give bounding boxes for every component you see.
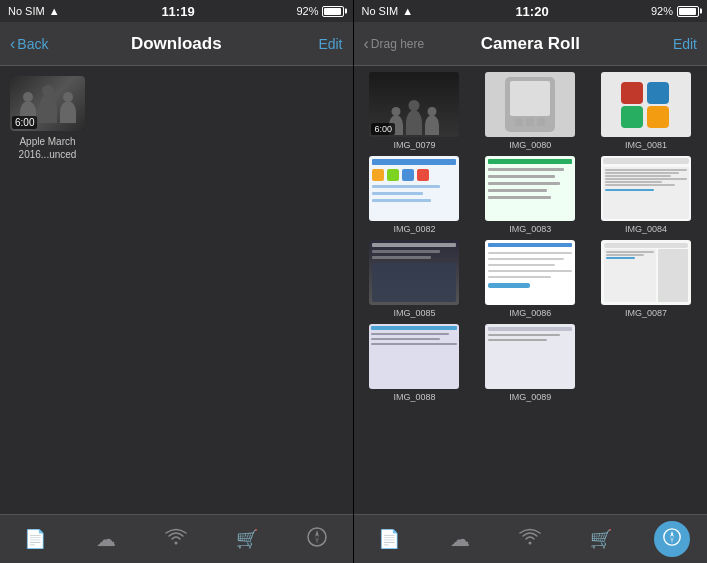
time-left: 11:19 bbox=[161, 4, 194, 19]
downloads-content: 6:00 Apple March 2016...unced bbox=[0, 66, 353, 514]
svg-marker-7 bbox=[670, 537, 674, 543]
status-left: No SIM ▲ bbox=[8, 5, 60, 17]
status-right-left: 92% bbox=[296, 5, 344, 17]
camera-roll-panel: No SIM ▲ 11:20 92% ‹ Drag here Camera Ro… bbox=[354, 0, 708, 563]
tab-compass-right[interactable] bbox=[647, 515, 697, 563]
nav-bar-right: ‹ Drag here Camera Roll Edit bbox=[354, 22, 708, 66]
roll-label-0088: IMG_0088 bbox=[393, 392, 435, 402]
drag-here-button[interactable]: ‹ Drag here bbox=[364, 35, 425, 53]
roll-label-0079: IMG_0079 bbox=[393, 140, 435, 150]
roll-thumb-0082 bbox=[369, 156, 459, 221]
compass-active-bg bbox=[654, 521, 690, 557]
list-item[interactable]: IMG_0081 bbox=[591, 72, 701, 150]
roll-label-0089: IMG_0089 bbox=[509, 392, 551, 402]
camera-roll-content: 6:00 IMG_0079 bbox=[354, 66, 708, 514]
svg-marker-6 bbox=[670, 530, 674, 536]
battery-fill-left bbox=[324, 8, 341, 15]
battery-left bbox=[322, 6, 344, 17]
tab-cart-left[interactable]: 🛒 bbox=[222, 515, 272, 563]
time-right: 11:20 bbox=[515, 4, 548, 19]
roll-label-0084: IMG_0084 bbox=[625, 224, 667, 234]
wifi-icon-left: ▲ bbox=[49, 5, 60, 17]
list-item[interactable]: IMG_0084 bbox=[591, 156, 701, 234]
wifi-tab-icon-right bbox=[519, 528, 541, 551]
svg-point-0 bbox=[175, 542, 178, 545]
documents-icon-left: 📄 bbox=[24, 528, 46, 550]
list-item[interactable]: IMG_0083 bbox=[475, 156, 585, 234]
back-label-left: Back bbox=[17, 36, 48, 52]
compass-icon-left bbox=[306, 526, 328, 553]
tab-cloud-left[interactable]: ☁ bbox=[81, 515, 131, 563]
roll-thumb-0080 bbox=[485, 72, 575, 137]
roll-label-0082: IMG_0082 bbox=[393, 224, 435, 234]
roll-thumb-0083 bbox=[485, 156, 575, 221]
roll-label-0080: IMG_0080 bbox=[509, 140, 551, 150]
tab-bar-right: 📄 ☁ 🛒 bbox=[354, 514, 708, 563]
list-item[interactable]: IMG_0086 bbox=[475, 240, 585, 318]
roll-label-0083: IMG_0083 bbox=[509, 224, 551, 234]
roll-thumb-0087 bbox=[601, 240, 691, 305]
status-left-right: No SIM ▲ bbox=[362, 5, 414, 17]
back-button-left[interactable]: ‹ Back bbox=[10, 35, 48, 53]
status-bar-right: No SIM ▲ 11:20 92% bbox=[354, 0, 708, 22]
status-bar-left: No SIM ▲ 11:19 92% bbox=[0, 0, 353, 22]
carrier-left: No SIM bbox=[8, 5, 45, 17]
roll-thumb-0089 bbox=[485, 324, 575, 389]
chevron-left-icon: ‹ bbox=[10, 35, 15, 53]
documents-icon-right: 📄 bbox=[378, 528, 400, 550]
downloads-panel: No SIM ▲ 11:19 92% ‹ Back Downloads Edit bbox=[0, 0, 354, 563]
cloud-icon-left: ☁ bbox=[96, 527, 116, 551]
video-thumbnail: 6:00 bbox=[10, 76, 85, 131]
list-item[interactable]: 6:00 Apple March 2016...unced bbox=[10, 76, 85, 161]
roll-label-0087: IMG_0087 bbox=[625, 308, 667, 318]
list-item[interactable]: IMG_0087 bbox=[591, 240, 701, 318]
list-item[interactable]: IMG_0085 bbox=[360, 240, 470, 318]
svg-marker-2 bbox=[315, 530, 319, 537]
list-item[interactable]: IMG_0088 bbox=[360, 324, 470, 402]
tab-documents-left[interactable]: 📄 bbox=[10, 515, 60, 563]
roll-label-0086: IMG_0086 bbox=[509, 308, 551, 318]
item-label: Apple March 2016...unced bbox=[19, 135, 77, 161]
chevron-right-icon: ‹ bbox=[364, 35, 369, 53]
duration-badge: 6:00 bbox=[12, 116, 37, 129]
edit-button-right[interactable]: Edit bbox=[673, 36, 697, 52]
list-item[interactable]: 6:00 IMG_0079 bbox=[360, 72, 470, 150]
svg-marker-3 bbox=[315, 537, 319, 544]
list-item[interactable]: IMG_0080 bbox=[475, 72, 585, 150]
roll-thumb-0088 bbox=[369, 324, 459, 389]
edit-button-left[interactable]: Edit bbox=[318, 36, 342, 52]
roll-thumb-0085 bbox=[369, 240, 459, 305]
page-title-left: Downloads bbox=[131, 34, 222, 54]
compass-icon-right bbox=[662, 527, 682, 552]
camera-roll-grid: 6:00 IMG_0079 bbox=[360, 72, 702, 402]
roll-label-0081: IMG_0081 bbox=[625, 140, 667, 150]
tab-cloud-right[interactable]: ☁ bbox=[435, 515, 485, 563]
wifi-tab-icon-left bbox=[165, 528, 187, 550]
tab-bar-left: 📄 ☁ 🛒 bbox=[0, 514, 353, 563]
roll-thumb-0081 bbox=[601, 72, 691, 137]
tab-wifi-left[interactable] bbox=[151, 515, 201, 563]
duration-0079: 6:00 bbox=[371, 123, 395, 135]
wifi-icon-right: ▲ bbox=[402, 5, 413, 17]
cloud-icon-right: ☁ bbox=[450, 527, 470, 551]
cart-icon-left: 🛒 bbox=[236, 528, 258, 550]
roll-label-0085: IMG_0085 bbox=[393, 308, 435, 318]
status-right-right: 92% bbox=[651, 5, 699, 17]
list-item[interactable]: IMG_0082 bbox=[360, 156, 470, 234]
drag-here-label: Drag here bbox=[371, 37, 424, 51]
battery-right bbox=[677, 6, 699, 17]
tab-cart-right[interactable]: 🛒 bbox=[576, 515, 626, 563]
tab-wifi-right[interactable] bbox=[505, 515, 555, 563]
roll-thumb-0084 bbox=[601, 156, 691, 221]
list-item[interactable]: IMG_0089 bbox=[475, 324, 585, 402]
tab-compass-left[interactable] bbox=[292, 515, 342, 563]
downloads-grid: 6:00 Apple March 2016...unced bbox=[10, 76, 343, 161]
tab-documents-right[interactable]: 📄 bbox=[364, 515, 414, 563]
cart-icon-right: 🛒 bbox=[590, 528, 612, 550]
roll-thumb-0079: 6:00 bbox=[369, 72, 459, 137]
roll-thumb-0086 bbox=[485, 240, 575, 305]
page-title-right: Camera Roll bbox=[481, 34, 580, 54]
battery-fill-right bbox=[679, 8, 696, 15]
carrier-right: No SIM bbox=[362, 5, 399, 17]
nav-bar-left: ‹ Back Downloads Edit bbox=[0, 22, 353, 66]
